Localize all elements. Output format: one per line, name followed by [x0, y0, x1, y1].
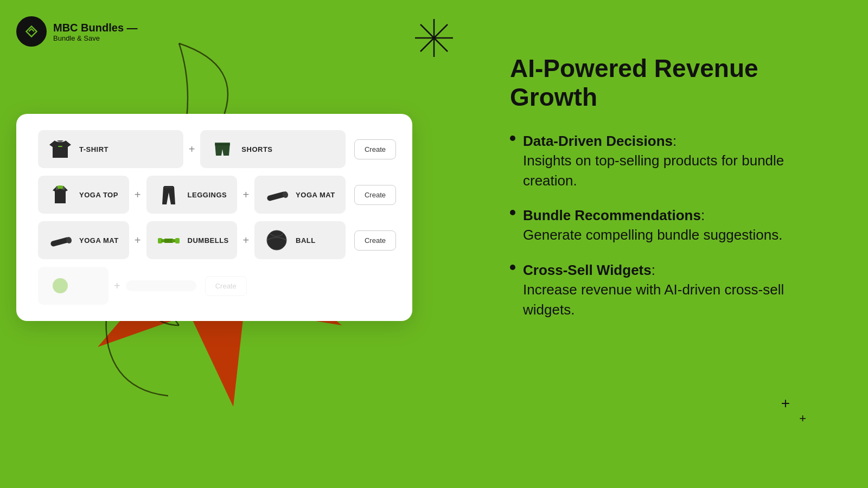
plus-5: + [241, 234, 250, 247]
ball-label: BALL [296, 236, 316, 245]
feature-item-1: Data-Driven Decisions: Insights on top-s… [510, 131, 835, 190]
bundle-item-yogatop: YOGA TOP [38, 176, 129, 214]
feature-text-1: Data-Driven Decisions: Insights on top-s… [523, 131, 835, 190]
main-title: AI-Powered Revenue Growth [510, 54, 835, 112]
logo-subtitle: Bundle & Save [53, 34, 138, 42]
bundle-item-yogamat: YOGA MAT [254, 176, 346, 214]
leggings-label: LEGGINGS [188, 191, 227, 199]
shorts-label: SHORTS [241, 145, 272, 153]
feature-label-1: Data-Driven Decisions [523, 133, 673, 149]
feature-desc-3: Increase revenue with AI-driven cross-se… [523, 281, 784, 317]
bundle-row-1: T-SHIRT + SHORTS Create [38, 130, 396, 168]
shorts-icon [209, 136, 236, 163]
plus-6: + [113, 280, 122, 292]
yogatop-icon [47, 181, 74, 208]
bundle-item-dumbbells: DUMBELLS [146, 221, 238, 259]
logo-area: MBC Bundles — Bundle & Save [16, 16, 138, 47]
feature-desc-1: Insights on top-selling products for bun… [523, 152, 784, 188]
feature-label-3: Cross-Sell Widgets [523, 262, 652, 278]
bullet-3 [510, 265, 515, 270]
logo-title: MBC Bundles — [53, 21, 138, 34]
svg-rect-5 [58, 146, 62, 147]
svg-point-19 [53, 278, 68, 293]
feature-item-3: Cross-Sell Widgets: Increase revenue wit… [510, 260, 835, 319]
bundle-card: T-SHIRT + SHORTS Create [16, 114, 412, 321]
dumbbells-icon [155, 227, 182, 254]
feature-label-2: Bundle Recommendations [523, 207, 701, 223]
bullet-1 [510, 136, 515, 141]
create-button-row4[interactable]: Create [205, 276, 247, 296]
svg-rect-15 [172, 239, 175, 242]
logo-text: MBC Bundles — Bundle & Save [53, 21, 138, 42]
bundle-item-yogamat2: YOGA MAT [38, 221, 129, 259]
yogamat-label: YOGA MAT [296, 191, 335, 199]
leggings-icon [155, 181, 182, 208]
svg-rect-14 [164, 239, 173, 243]
feature-item-2: Bundle Recommendations: Generate compell… [510, 206, 835, 245]
yogamat-icon [263, 181, 290, 208]
dumbbells-label: DUMBELLS [188, 236, 229, 245]
logo-icon [16, 16, 47, 47]
feature-text-3: Cross-Sell Widgets: Increase revenue wit… [523, 260, 835, 319]
partial-icon [47, 272, 74, 299]
star-decoration [412, 16, 456, 60]
yogatop-label: YOGA TOP [79, 191, 118, 199]
create-button-row2[interactable]: Create [354, 185, 396, 205]
bundle-item-shorts: SHORTS [200, 130, 346, 168]
bundle-item-partial2 [126, 280, 196, 291]
yogamat2-icon [47, 227, 74, 254]
plus-4: + [133, 234, 142, 247]
plus-2: + [133, 189, 142, 201]
right-panel: AI-Powered Revenue Growth Data-Driven De… [510, 54, 835, 319]
create-button-row1[interactable]: Create [354, 139, 396, 159]
bundle-item-ball: BALL [254, 221, 346, 259]
plus-1: + [188, 143, 196, 156]
bundle-row-4-partial: + Create [38, 267, 396, 305]
create-button-row3[interactable]: Create [354, 230, 396, 251]
svg-rect-16 [175, 238, 180, 243]
svg-rect-13 [161, 239, 164, 242]
bundle-item-partial [38, 267, 108, 305]
yogamat2-label: YOGA MAT [79, 236, 119, 245]
bullet-2 [510, 210, 515, 215]
bundle-row-3: YOGA MAT + DUMBELLS + [38, 221, 396, 259]
bundle-item-tshirt: T-SHIRT [38, 130, 183, 168]
feature-list: Data-Driven Decisions: Insights on top-s… [510, 131, 835, 319]
tshirt-icon [47, 136, 74, 163]
tshirt-label: T-SHIRT [79, 145, 108, 153]
bundle-row-2: YOGA TOP + LEGGINGS + YOGA MAT [38, 176, 396, 214]
ball-icon [263, 227, 290, 254]
feature-text-2: Bundle Recommendations: Generate compell… [523, 206, 782, 245]
feature-desc-2: Generate compelling bundle suggestions. [523, 227, 782, 243]
plus-3: + [241, 189, 250, 201]
bundle-item-leggings: LEGGINGS [146, 176, 238, 214]
